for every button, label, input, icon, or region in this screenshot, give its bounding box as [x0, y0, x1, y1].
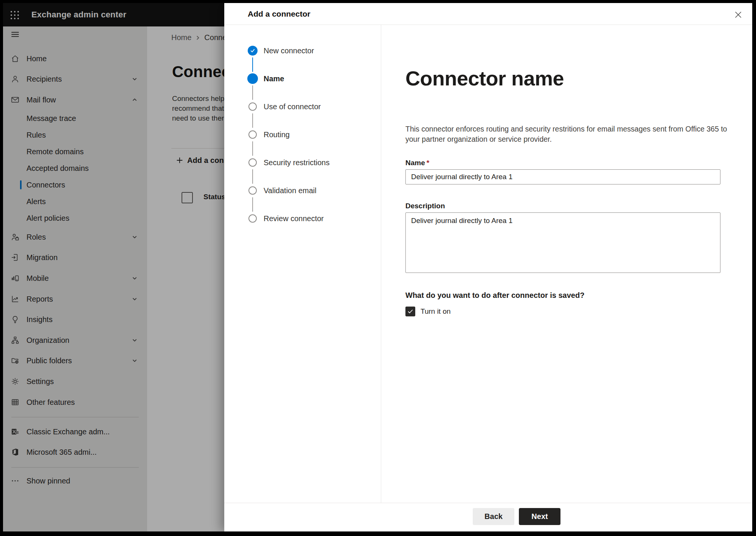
step-connector-line [252, 113, 253, 128]
step-label-validation-email[interactable]: Validation email [264, 186, 317, 195]
step-use-of-connector-dot[interactable] [248, 102, 257, 111]
step-review-connector-dot[interactable] [248, 214, 257, 223]
description-field-label: Description [405, 202, 445, 210]
step-connector-line [252, 141, 253, 156]
dialog-content: Connector name This connector enforces r… [381, 25, 752, 503]
step-connector-line [252, 197, 253, 212]
wizard-stepper: New connector Name Use of connector Rout… [224, 25, 381, 503]
step-name-dot[interactable] [247, 73, 258, 84]
turn-it-on-row: Turn it on [405, 306, 451, 317]
step-connector-line [252, 169, 253, 184]
step-connector-line [252, 85, 253, 100]
step-new-connector-check-icon[interactable] [248, 46, 258, 56]
turn-it-on-label: Turn it on [421, 307, 451, 316]
step-security-restrictions-dot[interactable] [248, 158, 257, 167]
name-input[interactable] [405, 169, 720, 184]
step-routing-dot[interactable] [248, 130, 257, 139]
dialog-header: Add a connector [224, 3, 752, 25]
step-label-name[interactable]: Name [264, 74, 284, 83]
step-label-use-of-connector[interactable]: Use of connector [264, 102, 321, 111]
add-connector-dialog: Add a connector New connector Name Use o… [224, 3, 752, 531]
dialog-footer: Back Next [224, 503, 752, 531]
turn-it-on-checkbox[interactable] [405, 307, 415, 316]
after-save-question: What do you want to do after connector i… [405, 291, 584, 300]
step-connector-line [252, 57, 253, 72]
close-icon[interactable] [733, 10, 743, 20]
name-label-text: Name [405, 159, 425, 167]
description-textarea[interactable]: Deliver journal directly to Area 1 [405, 212, 720, 273]
next-button[interactable]: Next [519, 508, 560, 525]
required-asterisk: * [427, 159, 429, 167]
name-field-label: Name* [405, 159, 429, 167]
step-label-security-restrictions[interactable]: Security restrictions [264, 158, 330, 167]
step-label-review-connector[interactable]: Review connector [264, 214, 324, 223]
step-label-routing[interactable]: Routing [264, 130, 290, 139]
step-label-new-connector[interactable]: New connector [264, 46, 314, 55]
app-screen: Exchange admin center Home Recipients Ma… [3, 3, 752, 531]
dialog-title: Add a connector [248, 3, 310, 25]
connector-intro-text: This connector enforces routing and secu… [405, 124, 729, 144]
step-validation-email-dot[interactable] [248, 186, 257, 195]
connector-name-heading: Connector name [405, 67, 564, 90]
back-button[interactable]: Back [473, 508, 514, 525]
